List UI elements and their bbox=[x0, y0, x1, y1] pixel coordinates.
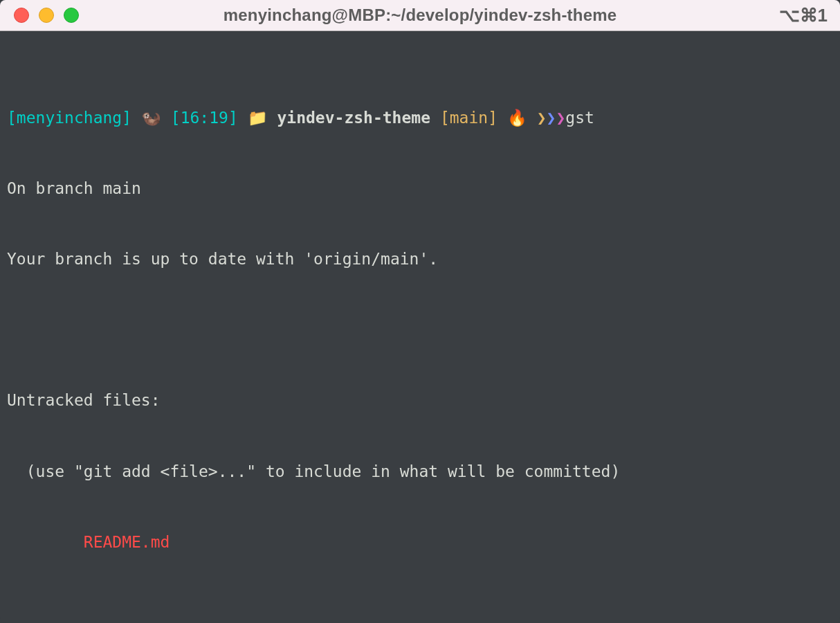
prompt-branch: [main] bbox=[440, 109, 497, 127]
tab-shortcut: ⌥⌘1 bbox=[779, 5, 828, 26]
blank-line bbox=[7, 318, 833, 341]
terminal-body[interactable]: [menyinchang] 🦦 [16:19] 📁 yindev-zsh-the… bbox=[0, 31, 840, 623]
prompt-user: [menyinchang] bbox=[7, 109, 131, 127]
window-controls bbox=[14, 8, 79, 23]
output-text: Your branch is up to date with 'origin/m… bbox=[7, 247, 833, 271]
blank-line bbox=[7, 601, 833, 623]
fire-icon: 🔥 bbox=[507, 109, 527, 127]
output-text: On branch main bbox=[7, 177, 833, 200]
terminal-window: menyinchang@MBP:~/develop/yindev-zsh-the… bbox=[0, 0, 840, 623]
folder-icon: 📁 bbox=[248, 109, 268, 127]
prompt-chevrons: ❯❯❯ bbox=[537, 109, 566, 127]
prompt-time: [16:19] bbox=[171, 109, 238, 127]
untracked-file: README.md bbox=[7, 530, 833, 554]
output-text: Untracked files: bbox=[7, 388, 833, 412]
prompt-line: [menyinchang] 🦦 [16:19] 📁 yindev-zsh-the… bbox=[7, 106, 833, 129]
window-title: menyinchang@MBP:~/develop/yindev-zsh-the… bbox=[0, 6, 840, 25]
minimize-icon[interactable] bbox=[39, 8, 54, 23]
titlebar: menyinchang@MBP:~/develop/yindev-zsh-the… bbox=[0, 0, 840, 31]
close-icon[interactable] bbox=[14, 8, 29, 23]
otter-icon: 🦦 bbox=[141, 109, 161, 127]
command-text: gst bbox=[565, 109, 594, 127]
output-text: (use "git add <file>..." to include in w… bbox=[7, 460, 833, 483]
zoom-icon[interactable] bbox=[64, 8, 79, 23]
prompt-dir: yindev-zsh-theme bbox=[277, 109, 430, 127]
